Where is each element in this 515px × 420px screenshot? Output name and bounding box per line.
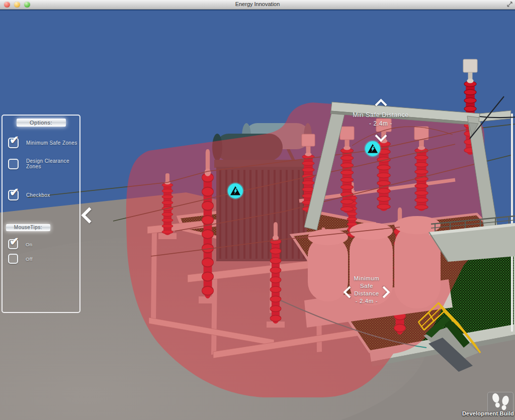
checkbox-label: Minimum Safe Zones — [26, 140, 77, 146]
window-titlebar: Energy Innovation — [0, 0, 515, 10]
checkbox-mousetips-on[interactable]: ✔ On — [8, 239, 32, 249]
checkbox-box[interactable]: ✔ — [8, 138, 19, 148]
checkbox-label: Checkbox — [26, 192, 50, 198]
checkbox-box[interactable]: ✔ — [8, 254, 18, 264]
electrical-hazard-marker[interactable] — [226, 182, 244, 200]
resize-arrows-icon[interactable] — [506, 1, 513, 8]
checkbox-label: On — [26, 242, 32, 247]
distance-value-text: - 2.4m - — [338, 120, 423, 127]
electrical-hazard-marker[interactable] — [364, 140, 382, 158]
development-build-label: Development Build — [462, 410, 514, 416]
checkbox-minimum-safe-zones[interactable]: ✔ Minimum Safe Zones — [8, 138, 77, 148]
checkbox-label: Off — [26, 256, 33, 262]
check-icon: ✔ — [10, 235, 19, 248]
distance-label-text: Min Safe Distance — [338, 112, 423, 119]
checkbox-design-clearance-zones[interactable]: ✔ Design Clearance Zones — [8, 158, 79, 169]
panel-collapse-button[interactable] — [82, 207, 93, 221]
distance-label-text: Minimum — [339, 275, 394, 282]
window-title: Energy Innovation — [0, 1, 515, 7]
options-panel: Options: ✔ Minimum Safe Zones ✔ Design C… — [2, 115, 80, 313]
checkbox-box[interactable]: ✔ — [8, 190, 19, 200]
options-header: Options: — [17, 119, 66, 127]
min-safe-distance-label-bottom: Minimum Safe Distance - 2.4m - — [339, 275, 394, 305]
checkbox-box[interactable]: ✔ — [8, 159, 19, 169]
checkbox-label: Design Clearance Zones — [26, 158, 79, 169]
mousetips-header: MouseTips: — [6, 224, 50, 231]
distance-value-text: - 2.4m - — [339, 297, 394, 305]
check-icon: ✔ — [10, 186, 19, 199]
checkbox-mousetips-off[interactable]: ✔ Off — [8, 254, 33, 264]
min-safe-distance-label-top: Min Safe Distance - 2.4m - — [338, 100, 423, 140]
arrow-down-icon[interactable] — [375, 130, 387, 142]
check-icon: ✔ — [10, 134, 19, 147]
checkbox-checkbox[interactable]: ✔ Checkbox — [8, 190, 50, 200]
arrow-up-icon[interactable] — [375, 98, 387, 111]
checkbox-box[interactable]: ✔ — [8, 239, 18, 249]
